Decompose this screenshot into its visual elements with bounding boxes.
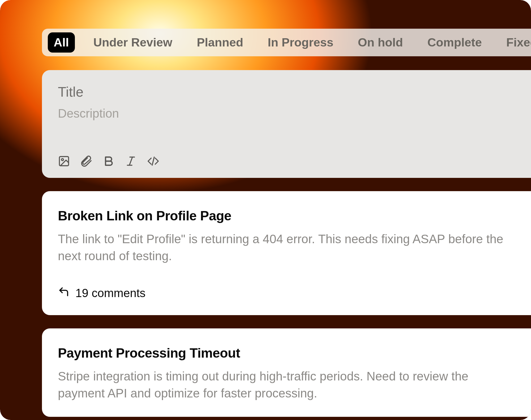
tab-under-review[interactable]: Under Review [88, 32, 178, 53]
issue-description: The link to "Edit Profile" is returning … [58, 230, 504, 265]
issue-comments[interactable]: 19 comments [58, 286, 531, 300]
tab-in-progress[interactable]: In Progress [262, 32, 339, 53]
bold-icon[interactable] [102, 155, 115, 167]
comments-count: 19 comments [75, 286, 145, 300]
tab-on-hold[interactable]: On hold [352, 32, 409, 53]
title-input[interactable] [58, 84, 531, 100]
tab-complete[interactable]: Complete [422, 32, 488, 53]
attachment-icon[interactable] [80, 155, 92, 167]
tab-all[interactable]: All [48, 32, 75, 53]
tab-fixed[interactable]: Fixed [500, 32, 531, 53]
tab-planned[interactable]: Planned [191, 32, 249, 53]
svg-line-5 [152, 157, 154, 165]
issue-title: Broken Link on Profile Page [58, 208, 531, 224]
code-icon[interactable] [147, 155, 159, 167]
issue-card[interactable]: Broken Link on Profile Page The link to … [42, 191, 531, 315]
issue-card[interactable]: Payment Processing Timeout Stripe integr… [42, 328, 531, 417]
issue-description: Stripe integration is timing out during … [58, 368, 504, 402]
image-icon[interactable] [58, 155, 70, 167]
description-input[interactable] [58, 106, 531, 121]
reply-icon [58, 286, 70, 300]
composer-toolbar [58, 155, 531, 167]
svg-point-1 [61, 158, 63, 161]
new-issue-composer [42, 70, 531, 178]
svg-line-4 [129, 157, 132, 165]
italic-icon[interactable] [125, 155, 137, 167]
issue-title: Payment Processing Timeout [58, 345, 531, 361]
status-tabs: All Under Review Planned In Progress On … [42, 29, 531, 56]
